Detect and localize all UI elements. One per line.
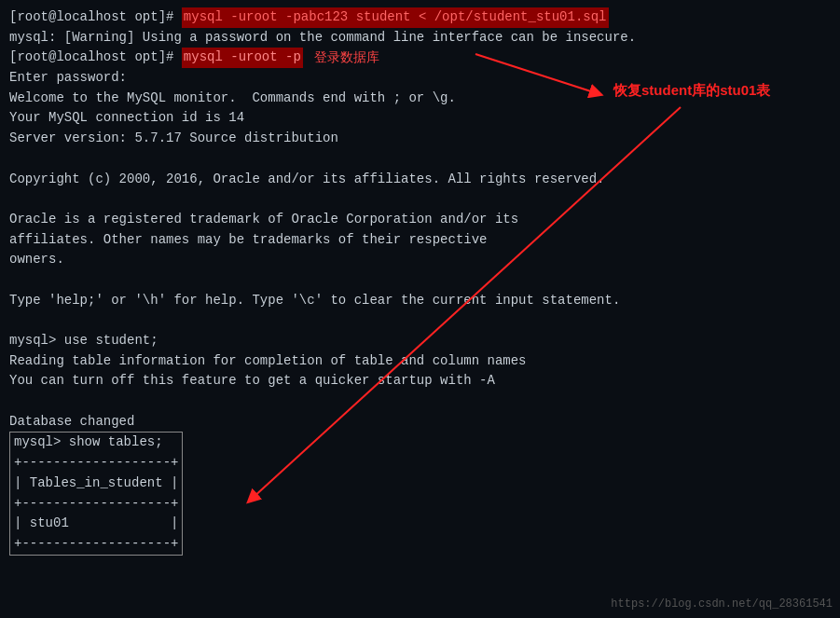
prompt-1: [root@localhost opt]# xyxy=(9,7,182,28)
terminal-line-2: mysql: [Warning] Using a password on the… xyxy=(9,28,831,48)
terminal-window: [root@localhost opt]# mysql -uroot -pabc… xyxy=(0,0,840,618)
terminal-table-row-1: | stu01 | xyxy=(10,514,182,534)
terminal-line-9: Oracle is a registered trademark of Orac… xyxy=(9,210,831,230)
terminal-table-border-3: +-------------------+ xyxy=(10,534,182,555)
terminal-line-8: Copyright (c) 2000, 2016, Oracle and/or … xyxy=(9,170,831,190)
terminal-blank-3 xyxy=(9,270,831,291)
watermark: https://blog.csdn.net/qq_28361541 xyxy=(611,597,833,611)
terminal-line-1: [root@localhost opt]# mysql -uroot -pabc… xyxy=(9,7,831,28)
terminal-line-11: owners. xyxy=(9,250,831,270)
login-annotation-inline: 登录数据库 xyxy=(310,48,379,68)
terminal-line-12: Type 'help;' or '\h' for help. Type '\c'… xyxy=(9,291,831,311)
terminal-blank-5 xyxy=(9,391,831,412)
terminal-line-7: Server version: 5.7.17 Source distributi… xyxy=(9,129,831,149)
terminal-table-border-1: +-------------------+ xyxy=(10,453,182,474)
cmd-1: mysql -uroot -pabc123 student < /opt/stu… xyxy=(182,7,609,28)
terminal-line-3: [root@localhost opt]# mysql -uroot -p 登录… xyxy=(9,48,831,68)
terminal-blank-4 xyxy=(9,310,831,331)
terminal-line-show: mysql> show tables; xyxy=(10,433,182,453)
terminal-line-13: mysql> use student; xyxy=(9,331,831,351)
restore-annotation: 恢复student库的stu01表 xyxy=(613,82,770,100)
prompt-3: [root@localhost opt]# xyxy=(9,48,182,68)
cmd-3: mysql -uroot -p xyxy=(182,48,303,68)
terminal-line-10: affiliates. Other names may be trademark… xyxy=(9,230,831,251)
terminal-table-header: | Tables_in_student | xyxy=(10,474,182,494)
terminal-line-16: Database changed xyxy=(9,412,831,433)
terminal-line-14: Reading table information for completion… xyxy=(9,351,831,372)
terminal-table-border-2: +-------------------+ xyxy=(10,494,182,515)
terminal-blank-1 xyxy=(9,149,831,170)
table-highlight-box: mysql> show tables; +-------------------… xyxy=(9,432,183,555)
terminal-blank-2 xyxy=(9,189,831,210)
terminal-line-15: You can turn off this feature to get a q… xyxy=(9,371,831,391)
terminal-line-6: Your MySQL connection id is 14 xyxy=(9,108,831,129)
